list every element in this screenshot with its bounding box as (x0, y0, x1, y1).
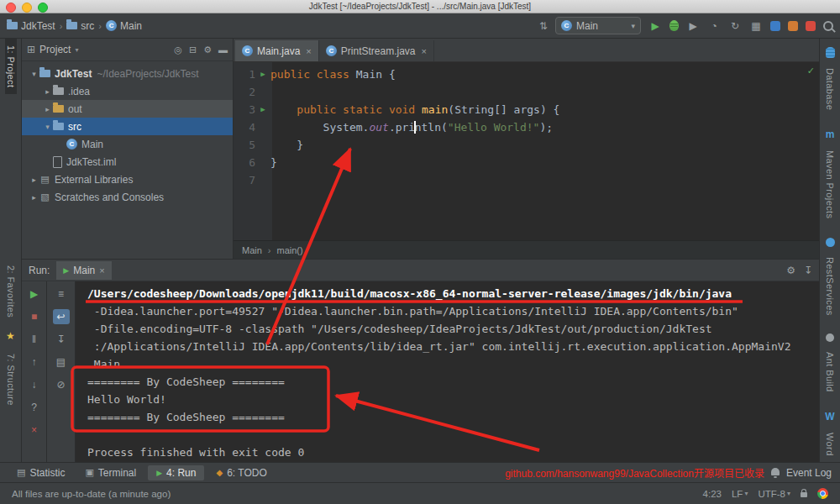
tree-item--idea[interactable]: ▸.idea (22, 82, 233, 100)
collapse-all-icon[interactable]: ⊟ (189, 45, 197, 55)
filter-icon[interactable]: ≡ (53, 286, 70, 302)
close-tab-icon[interactable]: × (99, 265, 104, 276)
toolwindow-tab-ant-build[interactable]: Ant Build (824, 333, 836, 399)
soft-wrap-icon[interactable]: ↩ (53, 309, 70, 324)
minimize-window-button[interactable] (22, 3, 32, 13)
toolbar-breadcrumb: JdkTest›src›CMain (7, 20, 142, 32)
toolwindow-tab-project[interactable]: 1: Project (5, 39, 17, 94)
promo-text[interactable]: github.com/hansonwang99/JavaCollection开源… (505, 465, 764, 480)
breadcrumb-item-jdktest[interactable]: JdkTest (7, 20, 55, 32)
tree-item-jdktest[interactable]: ▾JdkTest~/IdeaProjects/JdkTest (22, 65, 233, 82)
close-button[interactable]: × (26, 423, 43, 438)
hide-run-panel-icon[interactable]: ↧ (804, 265, 812, 276)
code-text: } (270, 154, 277, 171)
zoom-window-button[interactable] (38, 3, 48, 13)
breadcrumb-class[interactable]: Main (242, 245, 262, 255)
project-panel-title[interactable]: Project (39, 44, 71, 55)
run-line-icon[interactable]: ▶ (255, 66, 270, 83)
run-config-select[interactable]: C Main ▾ (555, 17, 641, 34)
tree-chevron-icon[interactable]: ▾ (29, 70, 39, 78)
bell-icon[interactable] (771, 468, 780, 475)
run-console[interactable]: /Users/codesheep/Downloads/openjdk11/bui… (76, 281, 819, 462)
clear-icon[interactable]: ⊘ (53, 377, 70, 392)
restart-button[interactable]: ↻ (728, 19, 742, 33)
close-tab-icon[interactable]: × (306, 46, 311, 56)
line-separator-select[interactable]: LF ▾ (732, 489, 748, 499)
tree-item-src[interactable]: ▾src (22, 118, 233, 135)
folder-icon (66, 22, 77, 29)
code-line-7[interactable]: 7 (234, 171, 819, 189)
settings-gear-icon[interactable]: ⚙ (203, 45, 212, 55)
status-message: All files are up-to-date (a minute ago) (12, 489, 171, 499)
run-tab[interactable]: ▶ Main × (56, 261, 111, 280)
code-line-5[interactable]: 5 } (234, 136, 819, 154)
tree-chevron-icon[interactable]: ▸ (42, 87, 53, 96)
code-line-2[interactable]: 2 (234, 83, 819, 101)
run-line-icon[interactable]: ▶ (255, 101, 270, 118)
tree-chevron-icon[interactable]: ▸ (29, 193, 39, 202)
toolwindow-tab-structure[interactable]: 7: Structure (5, 347, 17, 412)
run-settings-gear-icon[interactable]: ⚙ (786, 265, 795, 276)
search-everywhere-button[interactable] (823, 21, 833, 31)
hide-panel-icon[interactable]: ▬ (218, 45, 228, 55)
code-line-6[interactable]: 6} (234, 154, 819, 171)
statistic-icon: ▤ (17, 467, 25, 478)
toolwindow-tab-6-todo[interactable]: ◆6: TODO (207, 465, 275, 480)
tree-item-jdktest-iml[interactable]: JdkTest.iml (22, 153, 233, 171)
traffic-lights (6, 3, 48, 13)
down-stack-button[interactable]: ↓ (26, 377, 43, 392)
help-button[interactable]: ? (26, 400, 43, 415)
tree-chevron-icon[interactable]: ▾ (42, 123, 53, 131)
lock-icon[interactable] (801, 492, 807, 497)
chevron-down-icon[interactable]: ▾ (75, 46, 78, 54)
plugin-button-blue[interactable] (770, 21, 780, 31)
rerun-button[interactable]: ▶ (26, 286, 43, 302)
tree-chevron-icon[interactable]: ▸ (29, 176, 39, 184)
event-log-label[interactable]: Event Log (786, 467, 832, 479)
toolwindow-tab-word[interactable]: WWord (824, 411, 836, 463)
run-with-coverage-button[interactable]: ▶ (686, 19, 700, 33)
toolwindow-tab-4-run[interactable]: ▶4: Run (148, 465, 204, 480)
encoding-select[interactable]: UTF-8 ▾ (758, 489, 790, 499)
tree-item-out[interactable]: ▸out (22, 100, 233, 118)
profiler-button[interactable]: ◔ (707, 19, 721, 33)
editor-tab-printstream-java[interactable]: CPrintStream.java× (319, 40, 434, 61)
editor-tab-main-java[interactable]: CMain.java× (235, 40, 319, 61)
toolwindow-tab-terminal[interactable]: ▣Terminal (76, 465, 144, 480)
breadcrumb-item-main[interactable]: CMain (106, 20, 142, 32)
toolwindow-tab-statistic[interactable]: ▤Statistic (8, 465, 73, 480)
toolwindow-tab-restservices[interactable]: RestServices (824, 238, 836, 323)
code-segment: main (422, 103, 448, 116)
debug-button[interactable] (669, 20, 679, 31)
code-line-1[interactable]: 1▶public class Main { (234, 66, 819, 83)
up-stack-button[interactable]: ↑ (26, 354, 43, 370)
stop-button[interactable]: ■ (26, 309, 43, 324)
chrome-icon[interactable] (817, 488, 828, 499)
plugin-button-orange[interactable] (788, 21, 798, 31)
top-row: ⊞ Project ▾ ◎ ⊟ ⚙ ▬ ▾JdkTest~/IdeaProjec… (22, 39, 819, 259)
run-button[interactable]: ▶ (648, 19, 662, 33)
tree-item-main[interactable]: CMain (22, 135, 233, 153)
scroll-to-end-icon[interactable]: ↧ (53, 332, 70, 347)
tree-item-scratches-and-consoles[interactable]: ▸▧Scratches and Consoles (22, 188, 233, 206)
close-tab-icon[interactable]: × (422, 46, 427, 56)
code-line-4[interactable]: 4 System.out.println("Hello World!"); (234, 118, 819, 136)
layout-grid-button[interactable]: ▦ (749, 19, 763, 33)
locate-file-icon[interactable]: ◎ (174, 45, 182, 55)
toolwindow-tab-maven-projects[interactable]: mMaven Projects (824, 129, 836, 225)
tree-item-external-libraries[interactable]: ▸▤External Libraries (22, 171, 233, 188)
caret-position[interactable]: 4:23 (703, 489, 722, 499)
breadcrumb-item-src[interactable]: src (66, 20, 94, 32)
plugin-button-red[interactable] (806, 21, 816, 31)
pause-button[interactable]: ‖ (26, 332, 43, 347)
close-window-button[interactable] (6, 3, 16, 13)
toolwindow-tab-favorites[interactable]: 2: Favorites (5, 259, 17, 324)
updown-arrows-icon[interactable]: ⇅ (539, 20, 548, 32)
breadcrumb-method[interactable]: main() (277, 245, 303, 255)
folder-icon (53, 87, 64, 95)
print-icon[interactable]: ▤ (53, 354, 70, 370)
toolwindow-tab-database[interactable]: Database (824, 47, 836, 117)
code-line-3[interactable]: 3▶ public static void main(String[] args… (234, 101, 819, 118)
code-editor[interactable]: 1▶public class Main {23▶ public static v… (234, 62, 819, 240)
tree-chevron-icon[interactable]: ▸ (42, 105, 53, 113)
